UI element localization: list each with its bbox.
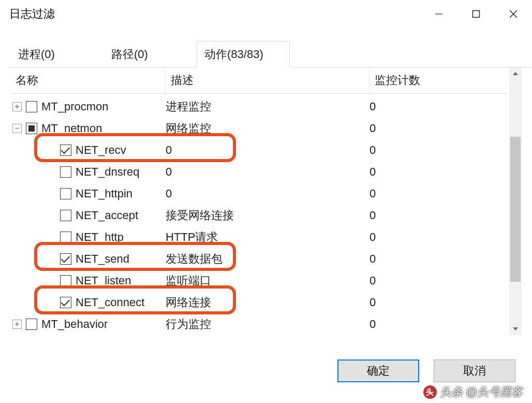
name-cell: NET_httpin [10,187,166,200]
row-name: NET_httpin [76,187,132,200]
watermark: 头 头条 @头号黑客 [423,384,523,400]
maximize-button[interactable] [457,0,495,28]
expand-icon[interactable]: + [12,102,22,111]
checkbox[interactable] [26,101,37,112]
scroll-down-icon[interactable] [509,323,522,335]
column-header-name[interactable]: 名称 [10,67,166,93]
row-count: 0 [370,187,507,200]
close-button[interactable] [495,0,532,28]
row-count: 0 [370,122,507,135]
checkbox[interactable] [60,145,71,156]
checkbox[interactable] [60,275,71,286]
tab-action[interactable]: 动作(83/83) [197,41,290,67]
checkbox[interactable] [60,297,71,308]
scroll-thumb[interactable] [510,137,521,282]
tab-bar: 进程(0) 路径(0) 动作(83/83) [10,40,532,67]
table: 名称 描述 监控计数 +MT_procmon进程监控0−MT_netmon网络监… [10,67,507,335]
expand-icon[interactable]: + [12,320,22,329]
name-cell: NET_dnsreq [10,165,166,179]
ok-button[interactable]: 确定 [337,359,419,382]
table-row[interactable]: NET_accept接受网络连接0 [10,205,507,226]
name-cell: NET_recv [10,143,166,157]
vertical-scrollbar[interactable] [509,67,522,335]
checkbox[interactable] [26,123,37,134]
row-name: NET_listen [76,274,131,287]
svg-marker-4 [513,72,518,75]
row-desc: 网络监控 [166,121,370,136]
watermark-logo-icon: 头 [423,385,437,399]
row-name: NET_send [76,252,129,266]
minimize-button[interactable] [420,0,457,28]
table-row[interactable]: NET_httpHTTP请求0 [10,226,507,248]
column-header-count[interactable]: 监控计数 [370,67,507,93]
row-desc: 接受网络连接 [166,208,370,223]
name-cell: +MT_procmon [10,100,166,113]
checkbox[interactable] [60,166,71,178]
watermark-text: 头条 @头号黑客 [440,384,523,400]
table-row[interactable]: −MT_netmon网络监控0 [10,118,507,139]
dialog-footer: 确定 取消 [337,359,515,382]
name-cell: NET_send [10,252,166,266]
row-name: MT_procmon [41,100,109,113]
row-count: 0 [370,231,507,244]
svg-rect-1 [473,11,480,18]
row-desc: 行为监控 [166,316,370,332]
checkbox[interactable] [60,232,71,243]
table-row[interactable]: NET_httpin00 [10,183,507,205]
svg-marker-5 [513,327,518,330]
checkbox[interactable] [60,253,71,265]
name-cell: NET_http [10,231,166,244]
table-row[interactable]: NET_dnsreq00 [10,161,507,183]
table-row[interactable]: NET_recv00 [10,139,507,161]
collapse-icon[interactable]: − [12,124,22,133]
row-desc: 发送数据包 [166,251,370,267]
name-cell: NET_accept [10,209,166,222]
row-count: 0 [370,165,507,179]
row-count: 0 [370,252,507,266]
row-name: NET_dnsreq [76,165,140,179]
table-row[interactable]: +MT_procmon进程监控0 [10,96,507,118]
cancel-button[interactable]: 取消 [434,359,515,382]
row-name: MT_netmon [41,122,102,135]
name-cell: −MT_netmon [10,122,166,135]
table-row[interactable]: NET_listen监听端口0 [10,270,507,292]
row-desc: 进程监控 [166,99,370,114]
checkbox[interactable] [60,210,71,221]
window-controls [420,0,532,28]
row-count: 0 [370,274,507,287]
row-count: 0 [370,143,507,157]
row-count: 0 [370,318,507,331]
table-header: 名称 描述 监控计数 [10,67,507,94]
table-row[interactable]: +MT_behavior行为监控0 [10,313,507,335]
row-desc: 0 [166,187,370,200]
table-row[interactable]: NET_send发送数据包0 [10,248,507,270]
titlebar: 日志过滤 [0,0,532,28]
column-header-desc[interactable]: 描述 [166,67,370,93]
row-count: 0 [370,209,507,222]
tab-process[interactable]: 进程(0) [10,41,104,67]
name-cell: +MT_behavior [10,318,166,331]
row-name: NET_recv [76,143,126,157]
scroll-track[interactable] [509,80,522,323]
name-cell: NET_listen [10,274,166,287]
table-row[interactable]: NET_connect网络连接0 [10,292,507,313]
name-cell: NET_connect [10,296,166,309]
scroll-up-icon[interactable] [509,67,522,80]
row-name: MT_behavior [41,318,108,331]
window-title: 日志过滤 [9,6,55,22]
table-body: +MT_procmon进程监控0−MT_netmon网络监控0NET_recv0… [10,94,507,335]
row-name: NET_accept [76,209,138,222]
row-desc: 监听端口 [166,273,370,289]
row-name: NET_connect [76,296,144,309]
row-count: 0 [370,296,507,309]
tab-path[interactable]: 路径(0) [104,41,197,67]
checkbox[interactable] [60,188,71,199]
checkbox[interactable] [26,319,37,330]
row-desc: 0 [166,143,370,157]
row-desc: 网络连接 [166,295,370,310]
content-area: 名称 描述 监控计数 +MT_procmon进程监控0−MT_netmon网络监… [10,67,522,335]
row-name: NET_http [76,231,124,244]
row-count: 0 [370,100,507,113]
row-desc: HTTP请求 [166,229,370,245]
row-desc: 0 [166,165,370,179]
